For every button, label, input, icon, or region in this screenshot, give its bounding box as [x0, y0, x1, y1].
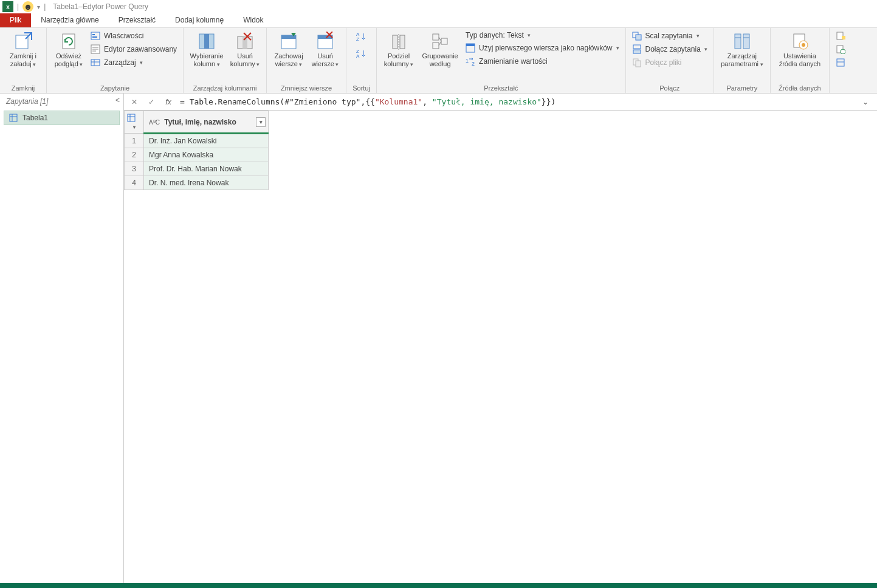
svg-rect-53	[128, 114, 135, 121]
close-load-button[interactable]: Zamknij i załaduj	[5, 30, 41, 70]
new-source-button[interactable]	[834, 30, 847, 41]
smiley-icon[interactable]	[22, 1, 33, 12]
row-number: 2	[125, 148, 144, 162]
svg-rect-32	[636, 35, 641, 40]
column-header[interactable]: AᴮC Tytuł, imię, nazwisko ▾	[144, 111, 269, 134]
row-number: 4	[125, 176, 144, 190]
tab-file[interactable]: Plik	[0, 13, 31, 27]
manage-button[interactable]: Zarządzaj	[89, 57, 178, 68]
enter-data-button[interactable]	[834, 57, 847, 68]
accept-formula-button[interactable]: ✓	[146, 97, 157, 108]
combine-files-button[interactable]: Połącz pliki	[631, 57, 709, 68]
data-source-settings-button[interactable]: Ustawienia źródła danych	[776, 30, 824, 69]
advanced-editor-icon	[91, 44, 100, 54]
remove-rows-icon	[315, 32, 335, 51]
manage-parameters-button[interactable]: Zarządzaj parametrami	[719, 30, 765, 70]
svg-rect-48	[837, 59, 844, 66]
cell[interactable]: Mgr Anna Kowalska	[144, 148, 269, 162]
choose-columns-button[interactable]: Wybieranie kolumn	[188, 30, 225, 70]
append-queries-button[interactable]: Dołącz zapytania	[631, 44, 709, 55]
recent-sources-button[interactable]	[834, 44, 847, 55]
fx-icon[interactable]: fx	[163, 97, 174, 108]
expand-formula-button[interactable]: ⌄	[859, 98, 872, 106]
keep-rows-button[interactable]: Zachowaj wiersze	[272, 30, 306, 70]
properties-button[interactable]: Właściwości	[89, 30, 178, 41]
svg-rect-37	[735, 34, 741, 49]
tab-view[interactable]: Widok	[233, 13, 273, 27]
svg-rect-36	[636, 61, 641, 67]
svg-text:A: A	[356, 53, 360, 59]
svg-rect-21	[393, 35, 397, 49]
combine-files-icon	[632, 58, 642, 67]
table-row[interactable]: 1Dr. Inż. Jan Kowalski	[125, 134, 269, 148]
svg-point-43	[802, 43, 805, 47]
query-item-tabela1[interactable]: Tabela1	[4, 111, 120, 125]
cell[interactable]: Dr. N. med. Irena Nowak	[144, 176, 269, 190]
group-parameters: Zarządzaj parametrami Parametry	[714, 28, 771, 93]
queries-header: Zapytania [1]	[6, 97, 48, 106]
table-row[interactable]: 4Dr. N. med. Irena Nowak	[125, 176, 269, 190]
ribbon: Zamknij i załaduj Zamknij Odśwież podglą…	[0, 28, 877, 94]
svg-text:2: 2	[472, 61, 475, 66]
append-queries-icon	[632, 44, 642, 54]
refresh-preview-button[interactable]: Odśwież podgląd	[52, 30, 86, 70]
group-query: Odśwież podgląd Właściwości Edytor zaawa…	[47, 28, 184, 93]
svg-rect-2	[91, 32, 100, 39]
refresh-icon	[59, 32, 78, 51]
row-number: 3	[125, 162, 144, 176]
table-row[interactable]: 3Prof. Dr. Hab. Marian Nowak	[125, 162, 269, 176]
column-type-icon[interactable]: AᴮC	[149, 119, 160, 126]
qat-dropdown[interactable]: ▾	[37, 4, 40, 10]
column-filter-button[interactable]: ▾	[256, 117, 266, 127]
group-label-rows: Zmniejsz wiersze	[272, 83, 341, 92]
query-item-label: Tabela1	[22, 114, 48, 122]
enter-data-icon	[836, 58, 845, 67]
qat-separator-2: |	[44, 2, 46, 11]
group-label-combine: Połącz	[631, 83, 709, 92]
replace-values-icon: 12	[466, 56, 475, 66]
tab-home[interactable]: Narzędzia główne	[31, 13, 108, 27]
merge-queries-button[interactable]: Scal zapytania	[631, 30, 709, 41]
remove-rows-button[interactable]: Usuń wiersze	[309, 30, 341, 70]
data-type-button[interactable]: Typ danych: Tekst	[464, 30, 620, 40]
group-label-new-query	[834, 91, 847, 92]
cancel-formula-button[interactable]: ✕	[129, 97, 140, 108]
collapse-queries-button[interactable]: <	[115, 96, 120, 104]
main-area: ✕ ✓ fx = Table.RenameColumns(#"Zmieniono…	[124, 94, 877, 583]
first-row-headers-icon	[466, 43, 475, 53]
svg-rect-50	[10, 114, 17, 121]
svg-rect-4	[92, 36, 97, 38]
split-column-button[interactable]: Podziel kolumny	[382, 30, 416, 70]
queries-pane: Zapytania [1] < Tabela1	[0, 94, 124, 583]
split-column-icon	[389, 32, 408, 51]
replace-values-button[interactable]: 12 Zamienianie wartości	[464, 56, 620, 67]
body: Zapytania [1] < Tabela1 ✕ ✓ fx = Table.R…	[0, 94, 877, 583]
tab-transform[interactable]: Przekształć	[109, 13, 165, 27]
sort-asc-button[interactable]: AZ	[356, 30, 368, 43]
svg-rect-38	[743, 34, 749, 49]
group-transform: Podziel kolumny Grupowanie według Typ da…	[377, 28, 625, 93]
formula-text[interactable]: = Table.RenameColumns(#"Zmieniono typ",{…	[180, 97, 853, 106]
table-row[interactable]: 2Mgr Anna Kowalska	[125, 148, 269, 162]
svg-rect-26	[441, 38, 447, 44]
group-by-button[interactable]: Grupowanie według	[419, 30, 461, 69]
svg-rect-24	[433, 34, 439, 40]
remove-columns-button[interactable]: Usuń kolumny	[229, 30, 261, 70]
table-corner-button[interactable]: ▾	[125, 111, 144, 134]
column-name: Tytuł, imię, nazwisko	[164, 118, 236, 126]
svg-rect-45	[842, 36, 845, 39]
group-label-data-sources: Źródła danych	[776, 83, 824, 92]
sort-desc-button[interactable]: ZA	[356, 47, 368, 60]
window-title: Tabela1–Edytor Power Query	[53, 2, 148, 11]
tab-add-column[interactable]: Dodaj kolumnę	[165, 13, 233, 27]
group-label-query: Zapytanie	[52, 83, 178, 92]
group-new-query	[830, 28, 851, 93]
manage-icon	[91, 58, 100, 67]
recent-sources-icon	[836, 44, 845, 54]
group-data-sources: Ustawienia źródła danych Źródła danych	[771, 28, 830, 93]
cell[interactable]: Prof. Dr. Hab. Marian Nowak	[144, 162, 269, 176]
group-sort: AZ ZA Sortuj	[346, 28, 377, 93]
advanced-editor-button[interactable]: Edytor zaawansowany	[89, 44, 178, 55]
cell[interactable]: Dr. Inż. Jan Kowalski	[144, 134, 269, 148]
use-first-row-headers-button[interactable]: Użyj pierwszego wiersza jako nagłówków	[464, 43, 620, 53]
